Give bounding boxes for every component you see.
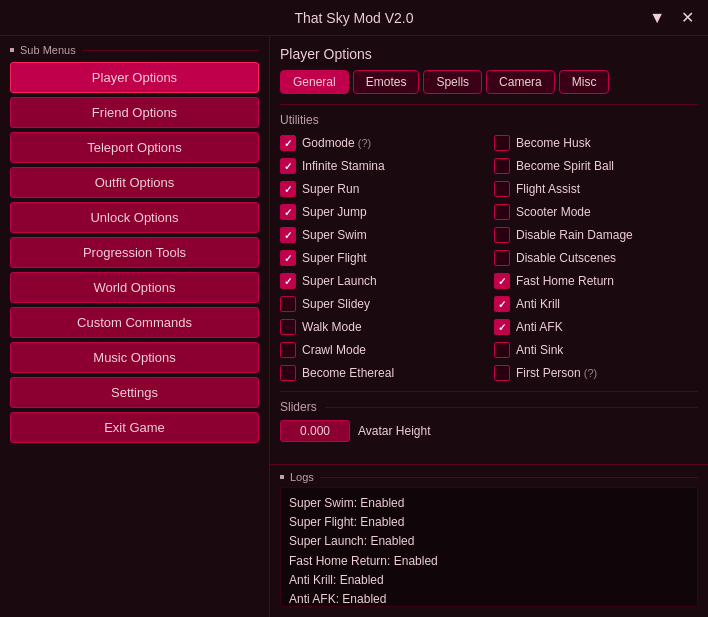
option-super-swim[interactable]: Super Swim [280,225,484,245]
option-become-husk[interactable]: Become Husk [494,133,698,153]
sidebar-section-label: Sub Menus [10,44,259,56]
label-super-flight: Super Flight [302,251,367,265]
minimize-button[interactable]: ▼ [645,7,669,29]
sidebar-buttons: Player OptionsFriend OptionsTeleport Opt… [10,62,259,447]
label-anti-sink: Anti Sink [516,343,563,357]
sidebar-btn-progression-tools[interactable]: Progression Tools [10,237,259,268]
section-title: Player Options [280,46,698,62]
checkbox-disable-rain-damage[interactable] [494,227,510,243]
checkbox-godmode[interactable] [280,135,296,151]
sidebar-btn-custom-commands[interactable]: Custom Commands [10,307,259,338]
divider-utilities [280,104,698,105]
divider-sliders [280,391,698,392]
option-fast-home-return[interactable]: Fast Home Return [494,271,698,291]
option-crawl-mode[interactable]: Crawl Mode [280,340,484,360]
option-flight-assist[interactable]: Flight Assist [494,179,698,199]
option-anti-sink[interactable]: Anti Sink [494,340,698,360]
window-title: That Sky Mod V2.0 [294,10,413,26]
checkbox-super-slidey[interactable] [280,296,296,312]
label-anti-krill: Anti Krill [516,297,560,311]
option-disable-cutscenes[interactable]: Disable Cutscenes [494,248,698,268]
utilities-label: Utilities [280,113,698,127]
bottom-panel: Logs Super Swim: EnabledSuper Flight: En… [270,464,708,617]
slider-value[interactable]: 0.000 [280,420,350,442]
checkbox-walk-mode[interactable] [280,319,296,335]
checkbox-super-run[interactable] [280,181,296,197]
tab-bar: GeneralEmotesSpellsCameraMisc [280,70,698,94]
checkbox-disable-cutscenes[interactable] [494,250,510,266]
label-super-swim: Super Swim [302,228,367,242]
sidebar-btn-outfit-options[interactable]: Outfit Options [10,167,259,198]
label-flight-assist: Flight Assist [516,182,580,196]
label-infinite-stamina: Infinite Stamina [302,159,385,173]
log-entry: Fast Home Return: Enabled [289,552,689,571]
sidebar-btn-friend-options[interactable]: Friend Options [10,97,259,128]
option-super-launch[interactable]: Super Launch [280,271,484,291]
checkbox-become-ethereal[interactable] [280,365,296,381]
sidebar-btn-music-options[interactable]: Music Options [10,342,259,373]
checkbox-fast-home-return[interactable] [494,273,510,289]
option-scooter-mode[interactable]: Scooter Mode [494,202,698,222]
sidebar: Sub Menus Player OptionsFriend OptionsTe… [0,36,270,617]
checkbox-super-jump[interactable] [280,204,296,220]
checkbox-super-swim[interactable] [280,227,296,243]
option-become-ethereal[interactable]: Become Ethereal [280,363,484,383]
log-entry: Super Flight: Enabled [289,513,689,532]
checkbox-infinite-stamina[interactable] [280,158,296,174]
label-first-person: First Person (?) [516,366,597,380]
option-first-person[interactable]: First Person (?) [494,363,698,383]
tab-misc[interactable]: Misc [559,70,610,94]
label-anti-afk: Anti AFK [516,320,563,334]
label-disable-cutscenes: Disable Cutscenes [516,251,616,265]
main-layout: Sub Menus Player OptionsFriend OptionsTe… [0,36,708,617]
option-become-spirit-ball[interactable]: Become Spirit Ball [494,156,698,176]
checkbox-anti-krill[interactable] [494,296,510,312]
label-super-jump: Super Jump [302,205,367,219]
label-walk-mode: Walk Mode [302,320,362,334]
tab-emotes[interactable]: Emotes [353,70,420,94]
option-super-slidey[interactable]: Super Slidey [280,294,484,314]
label-fast-home-return: Fast Home Return [516,274,614,288]
label-super-launch: Super Launch [302,274,377,288]
option-godmode[interactable]: Godmode (?) [280,133,484,153]
tab-spells[interactable]: Spells [423,70,482,94]
sidebar-btn-unlock-options[interactable]: Unlock Options [10,202,259,233]
label-crawl-mode: Crawl Mode [302,343,366,357]
option-anti-krill[interactable]: Anti Krill [494,294,698,314]
checkbox-become-husk[interactable] [494,135,510,151]
slider-row: 0.000 Avatar Height [280,420,698,442]
checkbox-super-flight[interactable] [280,250,296,266]
option-super-run[interactable]: Super Run [280,179,484,199]
sidebar-btn-exit-game[interactable]: Exit Game [10,412,259,443]
option-infinite-stamina[interactable]: Infinite Stamina [280,156,484,176]
tab-camera[interactable]: Camera [486,70,555,94]
checkbox-become-spirit-ball[interactable] [494,158,510,174]
sidebar-btn-player-options[interactable]: Player Options [10,62,259,93]
label-super-slidey: Super Slidey [302,297,370,311]
option-anti-afk[interactable]: Anti AFK [494,317,698,337]
option-disable-rain-damage[interactable]: Disable Rain Damage [494,225,698,245]
label-godmode: Godmode (?) [302,136,371,150]
close-button[interactable]: ✕ [677,6,698,29]
log-entry: Anti AFK: Enabled [289,590,689,607]
checkbox-anti-sink[interactable] [494,342,510,358]
right-panel: Player Options GeneralEmotesSpellsCamera… [270,36,708,617]
checkbox-first-person[interactable] [494,365,510,381]
option-super-jump[interactable]: Super Jump [280,202,484,222]
label-scooter-mode: Scooter Mode [516,205,591,219]
checkbox-crawl-mode[interactable] [280,342,296,358]
sidebar-btn-settings[interactable]: Settings [10,377,259,408]
option-walk-mode[interactable]: Walk Mode [280,317,484,337]
tab-general[interactable]: General [280,70,349,94]
checkbox-scooter-mode[interactable] [494,204,510,220]
log-entry: Anti Krill: Enabled [289,571,689,590]
checkbox-super-launch[interactable] [280,273,296,289]
checkbox-anti-afk[interactable] [494,319,510,335]
checkbox-flight-assist[interactable] [494,181,510,197]
option-super-flight[interactable]: Super Flight [280,248,484,268]
content-area: Player Options GeneralEmotesSpellsCamera… [270,36,708,464]
title-bar-controls: ▼ ✕ [645,6,698,29]
sidebar-btn-world-options[interactable]: World Options [10,272,259,303]
slider-label: Avatar Height [358,424,431,438]
sidebar-btn-teleport-options[interactable]: Teleport Options [10,132,259,163]
